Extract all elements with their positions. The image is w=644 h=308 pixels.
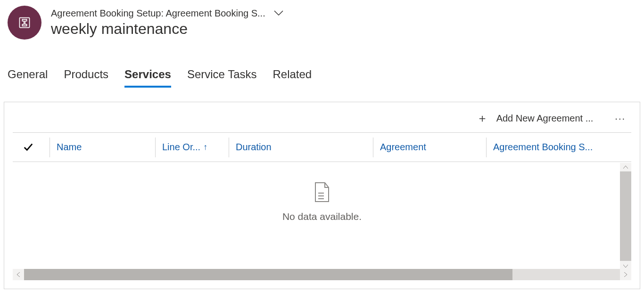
vertical-scroll-thumb[interactable]: [620, 171, 631, 261]
horizontal-scroll-track[interactable]: [24, 269, 620, 280]
more-commands-button[interactable]: ···: [612, 113, 628, 124]
scroll-up-button[interactable]: [620, 163, 631, 171]
column-header-agreement-booking-setup[interactable]: Agreement Booking S...: [486, 138, 609, 157]
column-header-agreement[interactable]: Agreement: [373, 138, 486, 157]
tab-services[interactable]: Services: [124, 68, 171, 88]
breadcrumb-row: Agreement Booking Setup: Agreement Booki…: [51, 8, 285, 19]
add-new-agreement-button[interactable]: ＋ Add New Agreement ...: [477, 113, 594, 124]
column-header-duration[interactable]: Duration: [229, 138, 373, 157]
header-text: Agreement Booking Setup: Agreement Booki…: [51, 8, 285, 38]
scroll-left-button[interactable]: [13, 269, 24, 280]
grid-area: Name Line Or... ↑ Duration Agreement Agr…: [13, 132, 631, 222]
horizontal-scroll-thumb[interactable]: [24, 269, 512, 280]
record-header: Agreement Booking Setup: Agreement Booki…: [0, 0, 644, 40]
grid-toolbar: ＋ Add New Agreement ... ···: [13, 110, 631, 132]
tab-products[interactable]: Products: [64, 68, 108, 88]
form-selector-chevron[interactable]: [272, 8, 285, 19]
tab-general[interactable]: General: [8, 68, 48, 88]
vertical-scrollbar[interactable]: [620, 163, 631, 270]
empty-message: No data available.: [282, 211, 362, 222]
empty-state: No data available.: [13, 162, 631, 222]
plus-icon: ＋: [477, 113, 488, 124]
select-all-checkbox[interactable]: [23, 142, 50, 153]
tab-related[interactable]: Related: [272, 68, 312, 88]
entity-icon: [8, 6, 41, 40]
column-header-name[interactable]: Name: [50, 138, 155, 157]
sort-ascending-icon: ↑: [203, 142, 207, 152]
document-icon: [313, 182, 331, 203]
tab-list: General Products Services Service Tasks …: [0, 40, 644, 88]
column-header-line-order[interactable]: Line Or... ↑: [155, 138, 229, 157]
breadcrumb: Agreement Booking Setup: Agreement Booki…: [51, 8, 265, 19]
services-grid-panel: ＋ Add New Agreement ... ··· Name Line Or…: [4, 102, 640, 289]
grid-header-row: Name Line Or... ↑ Duration Agreement Agr…: [13, 133, 631, 162]
scroll-right-button[interactable]: [620, 269, 631, 280]
vertical-scroll-track[interactable]: [620, 171, 631, 262]
record-title: weekly maintenance: [51, 20, 285, 38]
add-button-label: Add New Agreement ...: [496, 113, 594, 124]
tab-service-tasks[interactable]: Service Tasks: [187, 68, 257, 88]
horizontal-scrollbar[interactable]: [13, 269, 631, 280]
